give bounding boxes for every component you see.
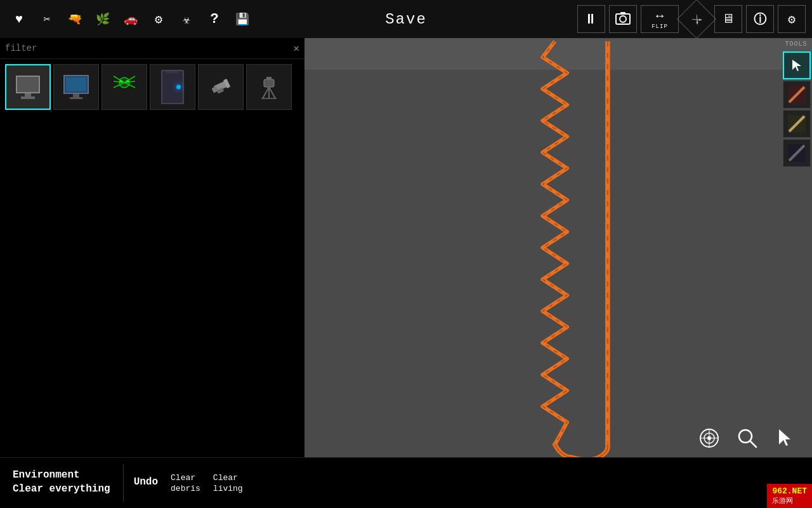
grid-item-door[interactable] xyxy=(150,64,195,110)
flip-label: FLIP xyxy=(652,23,668,30)
pause-button[interactable]: ⏸ xyxy=(577,5,605,33)
save-button[interactable]: Save xyxy=(385,11,427,28)
gear-icon[interactable]: ⚙ xyxy=(146,6,171,32)
watermark-subtext: 乐游网 xyxy=(772,496,807,505)
grid-item-weapon[interactable] xyxy=(198,64,244,110)
floppy-icon[interactable]: 💾 xyxy=(230,6,255,32)
tools-panel: TOOLS xyxy=(780,38,812,168)
svg-line-20 xyxy=(269,87,275,98)
biohazard-icon[interactable]: ☣ xyxy=(174,6,199,32)
tools-icon[interactable]: ✂ xyxy=(34,6,60,32)
svg-line-18 xyxy=(263,87,269,98)
wire-red-tool-button[interactable] xyxy=(783,81,811,109)
main-canvas[interactable] xyxy=(304,38,812,457)
left-panel: ✕ xyxy=(0,38,304,508)
cursor-control-button[interactable] xyxy=(771,424,799,452)
wire-tan-tool-button[interactable] xyxy=(783,110,811,138)
canvas-bottom-controls xyxy=(304,419,812,457)
question-icon[interactable]: ? xyxy=(202,6,227,32)
grid-item-spider[interactable] xyxy=(102,64,147,110)
monitor-icon[interactable]: 🖥 xyxy=(714,5,742,33)
environment-button[interactable]: Environment xyxy=(13,469,110,481)
svg-point-36 xyxy=(739,430,752,443)
clear-filter-button[interactable]: ✕ xyxy=(293,42,299,55)
chain-drawing xyxy=(304,38,812,457)
svg-rect-2 xyxy=(620,12,625,15)
top-toolbar: ♥ ✂ 🔫 🌿 🚗 ⚙ ☣ ? 💾 Save ⏸ ↔ FLIP ⚔ 🖥 ⓘ ⚙ xyxy=(0,0,812,38)
environment-section: Environment Clear everything xyxy=(0,458,123,508)
grid-item-monitor[interactable] xyxy=(53,64,99,110)
search-control-button[interactable] xyxy=(733,424,761,452)
svg-marker-38 xyxy=(779,429,790,446)
grid-item-camera[interactable] xyxy=(246,64,292,110)
grid-item-computer[interactable] xyxy=(5,64,51,110)
info-button[interactable]: ⓘ xyxy=(746,5,774,33)
vehicle-icon[interactable]: 🚗 xyxy=(118,6,143,32)
flip-button[interactable]: ↔ FLIP xyxy=(641,5,679,33)
item-grid xyxy=(0,59,304,115)
bottom-bar: Environment Clear everything Undo Cleard… xyxy=(0,457,812,508)
svg-rect-16 xyxy=(264,79,274,87)
svg-line-37 xyxy=(750,441,756,447)
svg-point-11 xyxy=(126,80,129,83)
svg-marker-24 xyxy=(792,60,801,71)
svg-point-1 xyxy=(620,16,626,22)
action-section: Undo Cleardebris Clearliving xyxy=(124,458,253,508)
undo-button[interactable]: Undo xyxy=(134,476,158,488)
camera-control-button[interactable] xyxy=(695,424,723,452)
filter-bar: ✕ xyxy=(0,38,304,59)
gun-icon[interactable]: 🔫 xyxy=(62,6,88,32)
plant-icon[interactable]: 🌿 xyxy=(90,6,115,32)
sword-icon[interactable]: ⚔ xyxy=(677,0,716,39)
tools-label: TOOLS xyxy=(780,38,812,50)
svg-point-10 xyxy=(120,80,122,83)
clear-living-button[interactable]: Clearliving xyxy=(213,473,243,495)
filter-input[interactable] xyxy=(5,43,293,53)
clear-debris-button[interactable]: Cleardebris xyxy=(171,473,200,495)
screenshot-button[interactable] xyxy=(609,5,637,33)
heart-icon[interactable]: ♥ xyxy=(6,6,32,32)
delete-tool-button[interactable] xyxy=(783,139,811,167)
clear-everything-button[interactable]: Clear everything xyxy=(13,483,110,495)
watermark: 962.NET 乐游网 xyxy=(767,484,812,508)
settings-button[interactable]: ⚙ xyxy=(778,5,806,33)
watermark-site: 962.NET xyxy=(772,486,807,496)
select-tool-button[interactable] xyxy=(783,51,811,79)
svg-rect-17 xyxy=(266,77,272,80)
canvas-shade xyxy=(304,38,812,70)
